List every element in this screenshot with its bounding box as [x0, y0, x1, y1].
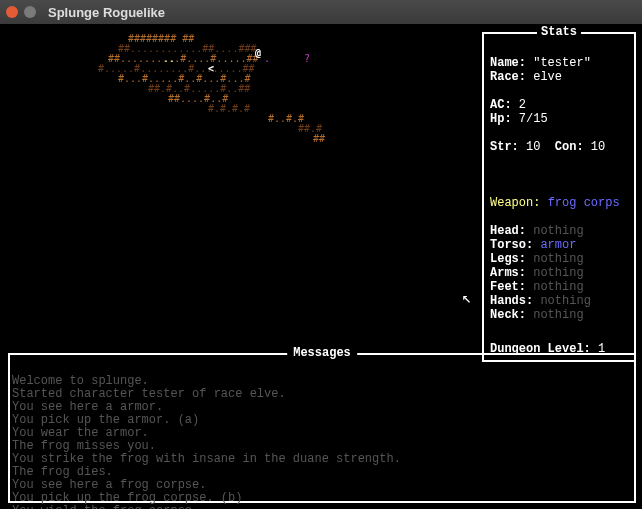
messages-panel-title: Messages [287, 346, 357, 360]
stats-panel: Stats Name: "tester" Race: elve AC: 2 Hp… [482, 32, 636, 362]
window-title: Splunge Roguelike [48, 5, 165, 20]
close-icon[interactable] [6, 6, 18, 18]
stats-body: Name: "tester" Race: elve AC: 2 Hp: 7/15… [484, 34, 634, 354]
slot-label: Neck: [490, 308, 526, 322]
slot-label: Feet: [490, 280, 526, 294]
slot-value: nothing [533, 280, 583, 294]
dungeon-map[interactable]: ######## ## ##............##....### ##..… [8, 32, 478, 352]
slot-label: Hands: [490, 294, 533, 308]
ac-value: 2 [519, 98, 526, 112]
race-value: elve [533, 70, 562, 84]
map-tile: #.#.#.# [208, 104, 250, 114]
slot-value: armor [540, 238, 576, 252]
con-value: 10 [591, 140, 605, 154]
hp-value: 7/15 [519, 112, 548, 126]
slot-label: Legs: [490, 252, 526, 266]
window-titlebar: Splunge Roguelike [0, 0, 642, 25]
ac-label: AC: [490, 98, 512, 112]
name-label: Name: [490, 56, 526, 70]
slot-label: Arms: [490, 266, 526, 280]
con-label: Con: [555, 140, 584, 154]
slot-label: Torso: [490, 238, 533, 252]
name-value: "tester" [533, 56, 591, 70]
race-label: Race: [490, 70, 526, 84]
slot-value: nothing [533, 252, 583, 266]
slot-value: nothing [533, 266, 583, 280]
messages-body: Welcome to splunge.Started character tes… [10, 355, 634, 509]
map-item: . [264, 54, 270, 64]
message-line: You wield the frog corpse. [12, 505, 632, 509]
str-value: 10 [526, 140, 540, 154]
minimize-icon[interactable] [24, 6, 36, 18]
player-glyph: @ [255, 48, 261, 58]
map-tile: ## [313, 134, 325, 144]
weapon-value: frog corps [548, 196, 620, 210]
slot-value: nothing [540, 294, 590, 308]
slot-value: nothing [533, 308, 583, 322]
stats-panel-title: Stats [537, 25, 581, 39]
weapon-label: Weapon: [490, 196, 540, 210]
slot-value: nothing [533, 224, 583, 238]
game-area: ######## ## ##............##....### ##..… [0, 24, 642, 509]
slot-label: Head: [490, 224, 526, 238]
str-label: Str: [490, 140, 519, 154]
hp-label: Hp: [490, 112, 512, 126]
mouse-pointer-icon: ↖ [462, 288, 472, 308]
messages-panel: Messages Welcome to splunge.Started char… [8, 353, 636, 503]
map-mark: ? [304, 54, 310, 64]
